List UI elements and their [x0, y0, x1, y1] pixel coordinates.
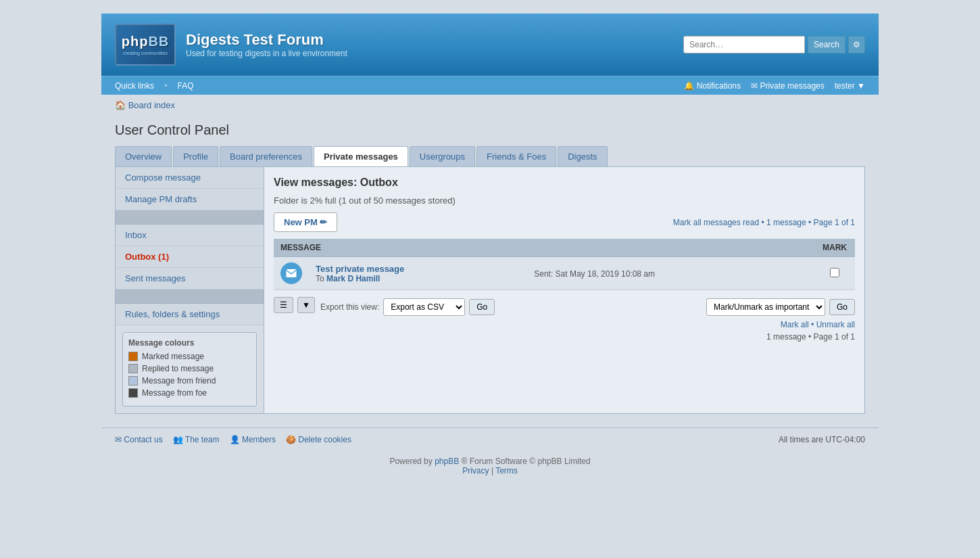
- tab-friends-foes[interactable]: Friends & Foes: [476, 146, 556, 166]
- footer-bar: ✉ Contact us 👥 The team 👤 Members 🍪 Dele…: [101, 427, 879, 451]
- msg-icon-cell: [274, 257, 309, 290]
- col-message: MESSAGE: [274, 239, 814, 257]
- footer-bottom: Powered by phpBB ® Forum Software © phpB…: [101, 451, 879, 481]
- sidebar-compose[interactable]: Compose message: [116, 167, 264, 189]
- colour-row-marked: Marked message: [128, 352, 251, 361]
- tab-usergroups[interactable]: Usergroups: [410, 146, 475, 166]
- chevron-down-icon: ▼: [857, 81, 865, 91]
- mark-checkbox[interactable]: [830, 268, 839, 277]
- message-colours-box: Message colours Marked message Replied t…: [122, 332, 257, 406]
- private-messages-link[interactable]: ✉ Private messages: [751, 81, 825, 91]
- faq-link[interactable]: FAQ: [178, 81, 194, 91]
- col-mark: MARK: [814, 239, 855, 257]
- members-icon: 👤: [230, 435, 240, 444]
- footer-links: ✉ Contact us 👥 The team 👤 Members 🍪 Dele…: [115, 435, 351, 444]
- export-select[interactable]: Export as CSV Export as HTML Export as X…: [383, 298, 465, 316]
- envelope-footer-icon: ✉: [115, 435, 122, 444]
- forum-subtitle: Used for testing digests in a live envir…: [186, 49, 347, 58]
- sidebar-outbox[interactable]: Outbox (1): [116, 246, 264, 268]
- site-header: phpBB creating communities Digests Test …: [101, 14, 879, 76]
- page-title: User Control Panel: [115, 122, 865, 138]
- new-pm-button[interactable]: New PM ✏: [274, 212, 337, 232]
- pagination-top: Mark all messages read • 1 message • Pag…: [673, 218, 855, 227]
- sort-down-button[interactable]: ▼: [297, 297, 315, 313]
- edit-icon: ✏: [320, 217, 327, 227]
- header-left: phpBB creating communities Digests Test …: [115, 24, 347, 66]
- sidebar-inbox[interactable]: Inbox: [116, 225, 264, 246]
- mark-action-select[interactable]: Mark/Unmark as important Mark as read Ma…: [706, 298, 825, 316]
- notifications-link[interactable]: 🔔 Notifications: [684, 81, 741, 91]
- forum-title: Digests Test Forum: [186, 31, 347, 49]
- sidebar-rules[interactable]: Rules, folders & settings: [116, 304, 264, 325]
- colour-row-replied: Replied to message: [128, 364, 251, 373]
- main-content: User Control Panel Overview Profile Boar…: [101, 122, 879, 427]
- unmark-all-link[interactable]: Unmark all: [816, 320, 855, 329]
- navbar-right: 🔔 Notifications ✉ Private messages teste…: [684, 81, 865, 91]
- logo-text: phpBB: [122, 34, 170, 49]
- view-heading: View messages: Outbox: [274, 177, 855, 189]
- bell-icon: 🔔: [684, 81, 694, 91]
- message-subject-link[interactable]: Test private message: [316, 264, 404, 274]
- friend-swatch: [128, 376, 138, 386]
- delete-cookies-link[interactable]: 🍪 Delete cookies: [286, 435, 351, 444]
- msg-to: To Mark D Hamill: [316, 274, 520, 283]
- colour-row-friend: Message from friend: [128, 376, 251, 386]
- search-button[interactable]: Search: [808, 36, 846, 53]
- marked-swatch: [128, 352, 138, 361]
- members-link[interactable]: 👤 Members: [230, 435, 276, 444]
- message-icon: [280, 262, 302, 284]
- tab-profile[interactable]: Profile: [173, 146, 218, 166]
- logo-subtitle: creating communities: [123, 51, 168, 55]
- export-go-button[interactable]: Go: [469, 299, 495, 315]
- tab-private-messages[interactable]: Private messages: [314, 146, 408, 166]
- pagination-bottom: 1 message • Page 1 of 1: [274, 332, 855, 342]
- bottom-actions: ☰ ▼ Export this view: Export as CSV Expo…: [274, 297, 855, 317]
- forum-title-block: Digests Test Forum Used for testing dige…: [186, 31, 347, 58]
- the-team-link[interactable]: 👥 The team: [173, 435, 220, 444]
- sort-bar: ☰ ▼: [274, 297, 315, 313]
- team-icon: 👥: [173, 435, 183, 444]
- user-menu[interactable]: tester ▼: [835, 81, 865, 91]
- mark-links: Mark all • Unmark all: [781, 320, 855, 329]
- msg-date: Sent: Sat May 18, 2019 10:08 am: [534, 269, 655, 279]
- sidebar: Compose message Manage PM drafts Inbox O…: [116, 167, 264, 413]
- phpbb-link[interactable]: phpBB: [435, 457, 459, 466]
- tabs-container: Overview Profile Board preferences Priva…: [115, 146, 865, 166]
- advanced-search-button[interactable]: ⚙: [848, 36, 865, 53]
- cookie-icon: 🍪: [286, 435, 296, 444]
- contact-us-link[interactable]: ✉ Contact us: [115, 435, 163, 444]
- board-index-link[interactable]: Board index: [128, 100, 175, 110]
- msg-subject-cell: Test private message To Mark D Hamill: [309, 257, 527, 290]
- sort-button[interactable]: ☰: [274, 297, 293, 313]
- navbar-left: Quick links • FAQ: [115, 80, 194, 91]
- quick-links-link[interactable]: Quick links: [115, 81, 154, 91]
- replied-swatch: [128, 364, 138, 373]
- search-input[interactable]: [683, 36, 805, 53]
- navbar: Quick links • FAQ 🔔 Notifications ✉ Priv…: [101, 76, 879, 95]
- tab-digests[interactable]: Digests: [558, 146, 607, 166]
- mark-go-button[interactable]: Go: [829, 299, 855, 315]
- export-area: Export this view: Export as CSV Export a…: [320, 298, 495, 316]
- msg-recipient: Mark D Hamill: [326, 274, 380, 283]
- table-row: Test private message To Mark D Hamill Se…: [274, 257, 855, 290]
- privacy-link[interactable]: Privacy: [462, 466, 489, 475]
- top-actions: New PM ✏ Mark all messages read • 1 mess…: [274, 212, 855, 232]
- tab-overview[interactable]: Overview: [115, 146, 172, 166]
- breadcrumb: 🏠 Board index: [101, 95, 879, 116]
- msg-date-cell: Sent: Sat May 18, 2019 10:08 am: [527, 257, 814, 290]
- content-area: View messages: Outbox Folder is 2% full …: [264, 167, 864, 413]
- sidebar-sent[interactable]: Sent messages: [116, 268, 264, 289]
- sidebar-manage-drafts[interactable]: Manage PM drafts: [116, 189, 264, 210]
- mark-all-messages-read-link[interactable]: Mark all messages read: [673, 218, 759, 227]
- folder-info: Folder is 2% full (1 out of 50 messages …: [274, 195, 855, 206]
- mark-all-link[interactable]: Mark all: [781, 320, 809, 329]
- envelope-icon: ✉: [751, 81, 758, 91]
- sidebar-divider-1: [116, 210, 264, 225]
- sidebar-divider-2: [116, 289, 264, 304]
- tab-board-preferences[interactable]: Board preferences: [220, 146, 312, 166]
- message-table: MESSAGE MARK: [274, 239, 855, 290]
- site-logo[interactable]: phpBB creating communities: [115, 24, 176, 66]
- mark-area: Mark/Unmark as important Mark as read Ma…: [706, 298, 855, 316]
- main-panel: Compose message Manage PM drafts Inbox O…: [115, 166, 865, 414]
- terms-link[interactable]: Terms: [495, 466, 518, 475]
